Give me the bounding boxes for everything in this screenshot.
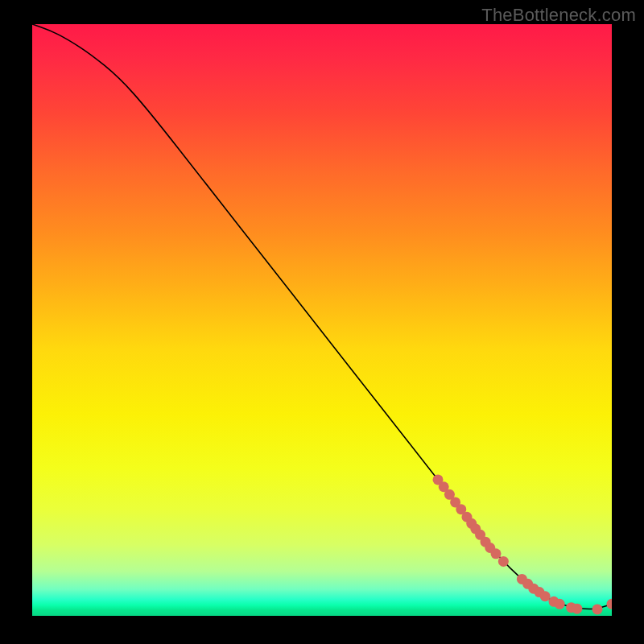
data-point (450, 497, 460, 507)
data-point (549, 597, 559, 607)
data-point (535, 587, 545, 597)
data-point (555, 599, 565, 609)
data-point (485, 543, 495, 553)
chart-svg (32, 24, 612, 616)
data-point (607, 599, 613, 609)
data-point (528, 584, 539, 594)
plot-area (32, 24, 612, 616)
data-point (540, 591, 551, 601)
data-point (522, 579, 533, 589)
data-point (592, 604, 603, 614)
data-point (572, 604, 582, 614)
data-points (433, 474, 613, 614)
data-point (475, 530, 485, 540)
bottleneck-curve (32, 24, 612, 609)
data-point (462, 512, 473, 522)
data-point (456, 504, 466, 514)
data-point (517, 574, 527, 584)
data-point (433, 474, 444, 485)
data-point (466, 518, 477, 529)
data-point (566, 602, 576, 613)
chart-container: TheBottleneck.com (0, 0, 644, 644)
data-point (470, 523, 481, 534)
data-point (498, 556, 509, 567)
watermark-text: TheBottleneck.com (481, 5, 636, 26)
data-point (481, 537, 491, 547)
data-point (491, 548, 502, 559)
data-point (444, 489, 455, 500)
data-point (439, 481, 449, 492)
